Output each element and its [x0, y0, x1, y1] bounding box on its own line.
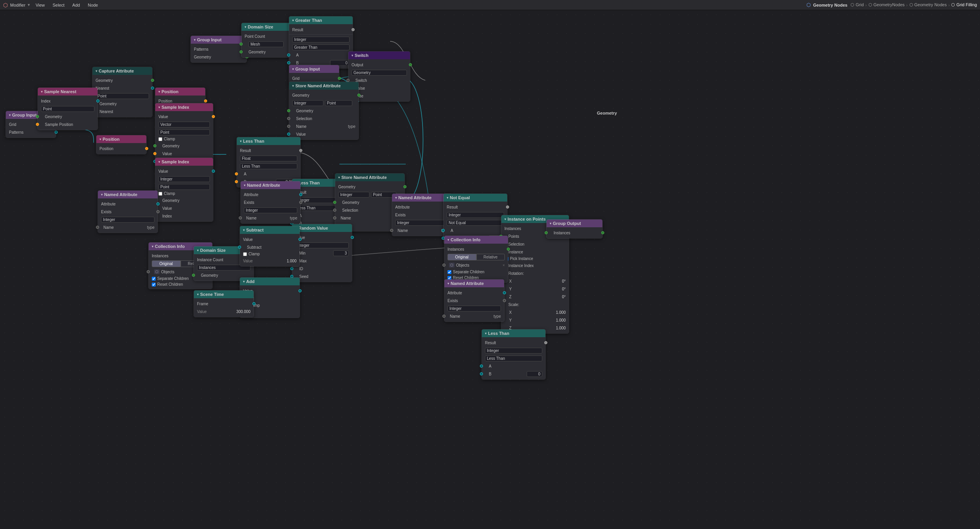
node-header-position-tl[interactable]: ▾ Position: [96, 135, 146, 143]
node-header-less-than-1[interactable]: ▾ Less Than: [237, 137, 300, 145]
socket-name-in[interactable]: [390, 229, 393, 232]
socket-geo-out[interactable]: [151, 79, 154, 82]
node-header-sample-index-1[interactable]: ▾ Sample Index: [155, 103, 213, 111]
check-clamp[interactable]: [158, 137, 162, 141]
select-vector[interactable]: Vector: [158, 122, 210, 127]
socket-b-in[interactable]: [480, 372, 483, 375]
node-scene-time[interactable]: ▾ Scene Time Frame Value 300.000: [194, 290, 254, 317]
socket-sub-in[interactable]: [238, 246, 241, 249]
select-op[interactable]: Not Equal: [447, 220, 504, 226]
socket-instances-in[interactable]: [545, 231, 548, 234]
node-random-value[interactable]: ▾ Random Value Value Integer Min: [292, 224, 352, 282]
socket-value-out[interactable]: [351, 236, 354, 239]
node-header-group-output[interactable]: ▾ Group Output: [547, 219, 602, 227]
node-header-less-than-3[interactable]: ▾ Less Than: [482, 329, 545, 337]
socket-exists-out[interactable]: [156, 210, 160, 213]
socket-value-out[interactable]: [298, 238, 302, 241]
node-collection-info-right[interactable]: ▾ Collection Info Instances Original Rel…: [444, 235, 508, 283]
node-header-store-named-1[interactable]: ▾ Store Named Attribute: [289, 82, 359, 90]
socket-geo-in[interactable]: [333, 201, 336, 204]
socket-name-in[interactable]: [287, 125, 290, 128]
btn-original[interactable]: Original: [447, 254, 476, 260]
socket-patterns-out[interactable]: [55, 131, 58, 134]
socket-pos-out[interactable]: [204, 99, 207, 103]
node-named-attribute-far-right[interactable]: ▾ Named Attribute Attribute Exists Integ…: [444, 279, 504, 322]
select-integer[interactable]: Integer: [244, 207, 297, 213]
node-less-than-3[interactable]: ▾ Less Than Result Integer Less Than: [481, 329, 546, 380]
socket-objects-in[interactable]: [442, 264, 446, 267]
check-clamp[interactable]: [243, 252, 247, 256]
socket-a-in[interactable]: [287, 53, 290, 57]
node-editor-canvas[interactable]: ▾ Group Input Patterns Geometry ▾ Domain…: [0, 10, 980, 529]
node-header-named-attr-left[interactable]: ▾ Named Attribute: [98, 191, 158, 198]
select-type[interactable]: Integer: [292, 100, 323, 106]
select-integer[interactable]: Integer: [447, 306, 501, 311]
socket-output-out[interactable]: [409, 63, 412, 66]
socket-sel-in[interactable]: [287, 117, 290, 120]
node-capture-attribute[interactable]: ▾ Capture Attribute Geometry Nearest Poi…: [92, 67, 153, 117]
node-header-sample-nearest[interactable]: ▾ Sample Nearest: [38, 88, 98, 96]
socket-geo-out[interactable]: [357, 94, 360, 97]
socket-val-in[interactable]: [287, 133, 290, 136]
select-op[interactable]: Less Than: [240, 163, 297, 169]
menu-view[interactable]: View: [32, 2, 48, 8]
node-header-random-value[interactable]: ▾ Random Value: [292, 224, 352, 232]
socket-sel-in[interactable]: [333, 209, 336, 212]
node-header-add[interactable]: ▾ Add: [240, 278, 300, 285]
node-named-attribute-left[interactable]: ▾ Named Attribute Attribute Exists Integ…: [98, 190, 158, 233]
select-domain[interactable]: Point: [41, 106, 94, 112]
socket-exists-out[interactable]: [299, 201, 302, 204]
socket-attr-out[interactable]: [156, 202, 160, 205]
input-b-val[interactable]: [527, 371, 542, 377]
select-integer[interactable]: Integer: [292, 37, 350, 42]
node-group-input-top[interactable]: ▾ Group Input Patterns Geometry: [190, 35, 247, 63]
node-sample-nearest[interactable]: ▾ Sample Nearest Index Point Geometry: [37, 87, 98, 130]
menu-node[interactable]: Node: [85, 2, 101, 8]
node-header-group-input-top[interactable]: ▾ Group Input: [191, 36, 247, 44]
socket-a-in[interactable]: [480, 364, 483, 368]
node-group-output[interactable]: ▾ Group Output Instances: [546, 219, 603, 239]
breadcrumb-grid[interactable]: ⬡ Grid: [850, 2, 864, 7]
socket-mesh-in[interactable]: [240, 42, 243, 46]
select-integer[interactable]: Integer: [338, 192, 369, 198]
check-sep-children[interactable]: [152, 277, 156, 281]
check-clamp[interactable]: [158, 192, 162, 196]
socket-index-out[interactable]: [96, 99, 99, 103]
node-header-collection-info-right[interactable]: ▾ Collection Info: [444, 236, 508, 244]
socket-b-in[interactable]: [287, 61, 290, 64]
node-header-scene-time[interactable]: ▾ Scene Time: [194, 290, 254, 298]
socket-exists-out[interactable]: [503, 299, 506, 302]
socket-value-out[interactable]: [298, 289, 302, 292]
select-point[interactable]: Point: [96, 93, 149, 99]
socket-attr-out[interactable]: [299, 193, 302, 196]
node-header-named-attr-fr[interactable]: ▾ Named Attribute: [444, 280, 504, 287]
select-integer[interactable]: Integer: [158, 176, 210, 182]
socket-frame-out[interactable]: [252, 302, 256, 305]
socket-instances-out[interactable]: [601, 231, 604, 234]
select-integer[interactable]: Integer: [101, 217, 154, 223]
node-header-position-mid[interactable]: ▾ Position: [155, 88, 205, 96]
socket-value-out[interactable]: [212, 115, 215, 118]
node-named-attribute-center[interactable]: ▾ Named Attribute Attribute Exists Integ…: [240, 181, 301, 224]
select-integer[interactable]: Integer: [485, 348, 542, 354]
node-subtract[interactable]: ▾ Subtract Value Subtract Clamp Value: [240, 226, 300, 267]
btn-original[interactable]: Original: [152, 260, 181, 267]
node-header-capture-attr[interactable]: ▾ Capture Attribute: [92, 67, 152, 75]
select-integer[interactable]: Integer: [295, 242, 349, 248]
select-float[interactable]: Float: [240, 156, 297, 161]
socket-result-out[interactable]: [299, 149, 302, 152]
socket-a-in[interactable]: [235, 172, 238, 175]
socket-result-out[interactable]: [544, 341, 547, 344]
socket-geometry-in[interactable]: [240, 50, 243, 53]
socket-result-out[interactable]: [352, 28, 355, 31]
node-position-topleft[interactable]: ▾ Position Position: [96, 135, 147, 154]
select-point[interactable]: Point: [158, 129, 210, 135]
input-min-val[interactable]: [333, 250, 349, 256]
socket-pos-out[interactable]: [145, 147, 148, 150]
select-mesh[interactable]: Mesh: [249, 41, 284, 47]
socket-b-in[interactable]: [235, 180, 238, 183]
node-header-named-attr-center[interactable]: ▾ Named Attribute: [241, 181, 300, 189]
socket-name-in[interactable]: [239, 216, 242, 219]
socket-name-in[interactable]: [333, 216, 336, 219]
socket-id-in[interactable]: [290, 267, 293, 270]
